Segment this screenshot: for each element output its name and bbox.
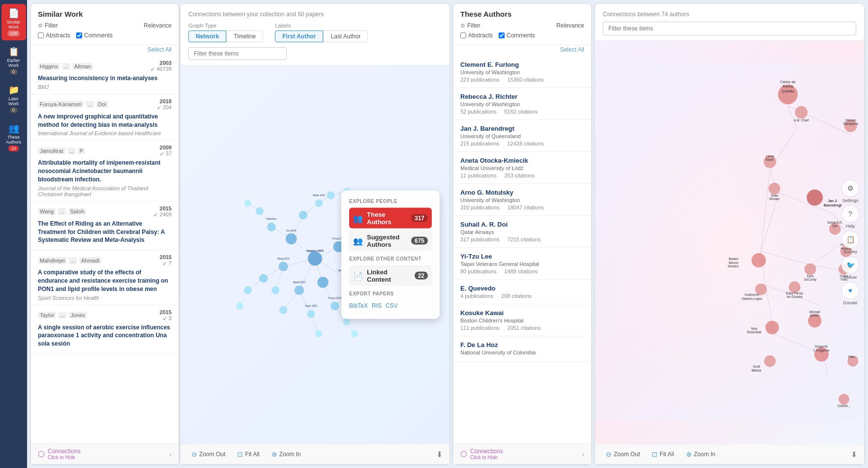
select-all-link[interactable]: Select All (31, 45, 179, 54)
abstracts-checkbox[interactable] (38, 32, 44, 38)
nav-these-authors-badge: 10 (8, 146, 18, 151)
click-to-hide[interactable]: Click to Hide (48, 455, 81, 460)
paper-item[interactable]: Furuya-Kanamori...Doi 2018 ↙ 204 A new i… (31, 94, 179, 141)
label-type-tabs: First Author Last Author (275, 30, 368, 42)
connections-filter-input[interactable] (603, 22, 856, 35)
these-authors-header: These Authors ⚙ Filter Relevance Abstrac… (453, 4, 591, 45)
author-institution: Taipei Veterans General Hospital (460, 261, 584, 267)
author-citations: 1489 citations (504, 268, 538, 274)
nav-these-authors[interactable]: 👥 These Authors 10 (1, 119, 26, 155)
author-item[interactable]: Arno G. Motulsky University of Washingto… (453, 184, 591, 216)
settings-btn[interactable]: ⚙ (841, 179, 859, 197)
suggested-authors-btn[interactable]: 👥 Suggested Authors 675 (349, 231, 432, 251)
these-authors-controls: ⚙ Filter Relevance (460, 22, 584, 29)
svg-text:Barendregt: Barendregt (824, 204, 842, 207)
author-item[interactable]: Kosuke Kawai Boston Children's Hospital … (453, 304, 591, 336)
connections-fit-all-btn[interactable]: ⊡ Fit All (648, 448, 678, 460)
zoom-in-icon: ⊕ (271, 450, 277, 458)
nav-earlier-work[interactable]: 📋 Earlier Work 0 (1, 42, 26, 79)
these-authors-btn[interactable]: 👥 These Authors 317 (349, 208, 432, 229)
svg-point-35 (278, 262, 288, 271)
paper-item[interactable]: Higgins...Altman 2003 ↙ 40739 Measuring … (31, 56, 179, 94)
these-authors-click-to-hide[interactable]: Click to Hide (470, 455, 503, 460)
network-download-btn[interactable]: ⬇ (436, 450, 443, 459)
author-stats-row: 310 publications 18047 citations (460, 205, 584, 210)
follow-btn[interactable]: 🐦 (841, 256, 859, 274)
these-authors-abstracts-checkbox[interactable] (460, 32, 466, 38)
linked-content-count: 22 (415, 272, 428, 280)
network-filter-input[interactable] (188, 47, 287, 60)
comments-label: Comments (84, 32, 113, 39)
similar-work-filter-btn[interactable]: ⚙ Filter (38, 22, 58, 29)
first-author-tab[interactable]: First Author (275, 30, 323, 42)
author-publications: 4 publications (460, 293, 493, 299)
network-zoom-out-btn[interactable]: ⊖ Zoom Out (187, 448, 229, 460)
author-item[interactable]: F. De La Hoz National University of Colo… (453, 336, 591, 362)
paper-journal: BMJ (38, 84, 172, 90)
author-publications: 310 publications (460, 205, 500, 210)
connections-zoom-in-btn[interactable]: ⊕ Zoom In (682, 448, 719, 460)
network-zoom-in-btn[interactable]: ⊕ Zoom In (268, 448, 305, 460)
bibtex-btn[interactable]: BibTeX (349, 302, 368, 309)
svg-point-39 (299, 211, 308, 220)
donate-btn[interactable]: ♥ (841, 282, 859, 299)
network-header: Connections between your collection and … (180, 4, 449, 65)
author-name: Yi-Tzu Lee (460, 253, 584, 260)
svg-text:Carlos da: Carlos da (780, 80, 796, 84)
paper-item[interactable]: Wang...Satoh 2015 ↙ 2409 The Effect of R… (31, 202, 179, 250)
paper-title: Attributable mortality of imipenem-resis… (38, 159, 172, 183)
author-item[interactable]: Clement E. Furlong University of Washing… (453, 56, 591, 88)
svg-point-146 (838, 394, 849, 405)
network-fit-all-btn[interactable]: ⊡ Fit All (233, 448, 263, 460)
author-item[interactable]: E. Quevedo 4 publications 208 citations (453, 280, 591, 304)
follow-label: Follow (840, 275, 860, 280)
these-authors-filter-btn[interactable]: ⚙ Filter (460, 22, 480, 29)
author-item[interactable]: Jan J. Barendregt University of Queensla… (453, 120, 591, 152)
network-panel: Connections between your collection and … (180, 4, 449, 464)
comments-checkbox[interactable] (76, 32, 82, 38)
paper-item[interactable]: Mahdirejei...Ahmadi 2015 ↙ 7 A comparati… (31, 250, 179, 305)
these-authors-abstracts-label[interactable]: Abstracts (460, 32, 493, 39)
conn-fit-all-label: Fit All (659, 451, 674, 458)
csv-btn[interactable]: CSV (386, 302, 398, 309)
these-authors-select-all[interactable]: Select All (453, 45, 591, 54)
linked-content-btn[interactable]: 📄 Linked Content 22 (349, 265, 432, 286)
svg-text:Meurer: Meurer (729, 261, 739, 264)
survey-btn[interactable]: 📋 (841, 231, 859, 248)
labels-label: Labels (275, 23, 368, 29)
help-label: Help (840, 224, 860, 229)
nav-similar-work[interactable]: 📄 Similar Work 130 (1, 4, 26, 40)
author-item[interactable]: Aneta Otocka-Kmiecik Medical University … (453, 152, 591, 184)
connections-download-btn[interactable]: ⬇ (851, 450, 857, 459)
paper-item[interactable]: Jamulitrat...P 2009 ↙ 37 Attributable mo… (31, 141, 179, 201)
nav-later-work[interactable]: 📁 Later Work 0 (1, 81, 26, 117)
conn-zoom-in-label: Zoom In (694, 451, 716, 458)
author-publications: 215 publications (460, 141, 500, 146)
paper-citations: ↙ 40739 (150, 66, 172, 72)
connections-link[interactable]: Connections (48, 448, 81, 455)
author-tag: ... (86, 101, 94, 108)
these-authors-comments-label[interactable]: Comments (499, 32, 535, 39)
paper-authors: Mahdirejei...Ahmadi (38, 257, 101, 264)
author-item[interactable]: Yi-Tzu Lee Taipei Veterans General Hospi… (453, 248, 591, 280)
donate-label: Donate (840, 300, 860, 305)
fit-all-label: Fit All (245, 451, 259, 458)
connections-zoom-out-btn[interactable]: ⊖ Zoom Out (602, 448, 644, 460)
ris-btn[interactable]: RIS (372, 302, 382, 309)
network-tab[interactable]: Network (188, 30, 226, 42)
paper-item[interactable]: Taylor...Jones 2015 ↙ 3 A single session… (31, 305, 179, 354)
author-tag: Jones (69, 312, 87, 319)
connections-panel: Connections between 74 authors (595, 4, 864, 464)
timeline-tab[interactable]: Timeline (226, 30, 263, 42)
svg-point-43 (259, 274, 268, 283)
abstracts-checkbox-label[interactable]: Abstracts (38, 32, 70, 39)
author-item[interactable]: Suhail A. R. Doi Qatar Airways 317 publi… (453, 216, 591, 248)
labels-group: Labels First Author Last Author (275, 23, 368, 42)
comments-checkbox-label[interactable]: Comments (76, 32, 113, 39)
these-authors-connections-link[interactable]: Connections (470, 448, 503, 455)
author-item[interactable]: Rebecca J. Richter University of Washing… (453, 88, 591, 120)
help-btn[interactable]: ? (841, 205, 859, 223)
author-name: E. Quevedo (460, 285, 584, 292)
last-author-tab[interactable]: Last Author (323, 30, 368, 42)
these-authors-comments-checkbox[interactable] (499, 32, 505, 38)
